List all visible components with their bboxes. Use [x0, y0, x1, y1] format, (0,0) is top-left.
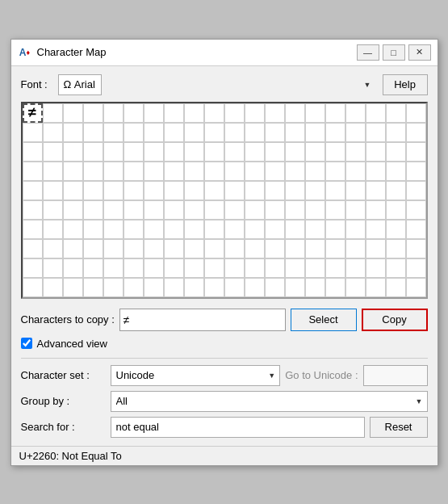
char-cell[interactable]: [386, 278, 406, 297]
char-cell[interactable]: [144, 142, 164, 162]
char-cell[interactable]: [63, 200, 83, 220]
char-cell[interactable]: [245, 162, 265, 181]
char-cell[interactable]: [83, 142, 103, 162]
char-cell[interactable]: [224, 239, 245, 258]
char-cell[interactable]: [204, 123, 224, 142]
char-cell[interactable]: [406, 200, 426, 220]
char-cell[interactable]: [305, 258, 325, 278]
char-cell[interactable]: [43, 142, 63, 162]
char-cell[interactable]: [103, 258, 124, 278]
char-cell[interactable]: [204, 239, 224, 258]
char-cell[interactable]: [305, 278, 325, 297]
char-cell[interactable]: [265, 278, 285, 297]
char-cell[interactable]: [204, 220, 224, 239]
char-cell[interactable]: [245, 239, 265, 258]
char-cell[interactable]: [43, 278, 63, 297]
char-cell[interactable]: [265, 200, 285, 220]
char-cell[interactable]: [245, 220, 265, 239]
char-cell[interactable]: [406, 123, 426, 142]
char-cell[interactable]: [345, 162, 366, 181]
char-cell[interactable]: [204, 181, 224, 200]
char-cell[interactable]: [63, 220, 83, 239]
char-cell[interactable]: [184, 142, 204, 162]
char-cell[interactable]: [23, 239, 43, 258]
char-cell[interactable]: [305, 181, 325, 200]
char-cell[interactable]: [43, 200, 63, 220]
char-cell[interactable]: [406, 103, 426, 123]
char-cell[interactable]: [305, 220, 325, 239]
char-cell[interactable]: [164, 200, 184, 220]
char-cell[interactable]: [184, 220, 204, 239]
char-cell[interactable]: [184, 239, 204, 258]
help-button[interactable]: Help: [383, 74, 428, 95]
char-cell[interactable]: [406, 258, 426, 278]
char-cell[interactable]: [224, 181, 245, 200]
char-cell[interactable]: [305, 123, 325, 142]
char-cell[interactable]: [245, 123, 265, 142]
char-cell[interactable]: [43, 162, 63, 181]
reset-button[interactable]: Reset: [370, 417, 428, 438]
char-cell[interactable]: [285, 181, 305, 200]
char-cell[interactable]: [164, 162, 184, 181]
minimize-button[interactable]: —: [357, 44, 379, 61]
char-cell[interactable]: [366, 123, 386, 142]
char-cell[interactable]: [63, 239, 83, 258]
char-cell[interactable]: [164, 278, 184, 297]
select-button[interactable]: Select: [291, 309, 357, 331]
char-cell[interactable]: [406, 142, 426, 162]
char-cell[interactable]: [224, 123, 245, 142]
char-cell[interactable]: [245, 103, 265, 123]
char-cell[interactable]: [386, 200, 406, 220]
char-cell[interactable]: [164, 142, 184, 162]
char-cell[interactable]: [285, 123, 305, 142]
char-cell[interactable]: [103, 200, 124, 220]
char-cell[interactable]: [224, 258, 245, 278]
close-button[interactable]: ✕: [408, 44, 431, 61]
char-cell[interactable]: [345, 220, 366, 239]
char-cell[interactable]: [63, 278, 83, 297]
char-cell[interactable]: [325, 103, 345, 123]
char-cell[interactable]: [63, 123, 83, 142]
char-cell[interactable]: [184, 162, 204, 181]
char-cell[interactable]: [124, 258, 144, 278]
char-cell[interactable]: [406, 181, 426, 200]
char-cell[interactable]: [103, 239, 124, 258]
char-cell[interactable]: [124, 278, 144, 297]
char-cell[interactable]: [285, 239, 305, 258]
char-cell[interactable]: [124, 162, 144, 181]
char-cell[interactable]: [124, 142, 144, 162]
char-cell[interactable]: [325, 123, 345, 142]
char-cell[interactable]: [83, 181, 103, 200]
char-cell[interactable]: [184, 278, 204, 297]
char-cell[interactable]: [245, 181, 265, 200]
char-cell[interactable]: [406, 278, 426, 297]
char-cell[interactable]: [144, 181, 164, 200]
char-cell[interactable]: [204, 162, 224, 181]
char-cell[interactable]: [345, 103, 366, 123]
char-cell[interactable]: [265, 123, 285, 142]
char-cell[interactable]: [124, 123, 144, 142]
char-cell[interactable]: [204, 142, 224, 162]
char-cell[interactable]: [43, 181, 63, 200]
char-cell[interactable]: [124, 220, 144, 239]
char-cell[interactable]: [386, 239, 406, 258]
char-cell[interactable]: [345, 181, 366, 200]
char-cell[interactable]: [83, 258, 103, 278]
char-cell[interactable]: [23, 142, 43, 162]
char-cell[interactable]: [23, 123, 43, 142]
char-cell[interactable]: [245, 258, 265, 278]
char-cell[interactable]: [224, 162, 245, 181]
char-cell[interactable]: [386, 123, 406, 142]
char-cell[interactable]: [103, 220, 124, 239]
char-cell[interactable]: [63, 258, 83, 278]
search-input[interactable]: [111, 417, 365, 438]
char-cell[interactable]: [265, 258, 285, 278]
char-cell[interactable]: [245, 142, 265, 162]
char-cell[interactable]: [204, 278, 224, 297]
char-cell[interactable]: [83, 278, 103, 297]
char-cell[interactable]: [63, 103, 83, 123]
char-cell[interactable]: [325, 239, 345, 258]
char-cell[interactable]: [366, 181, 386, 200]
char-cell[interactable]: [63, 181, 83, 200]
char-cell[interactable]: [325, 258, 345, 278]
